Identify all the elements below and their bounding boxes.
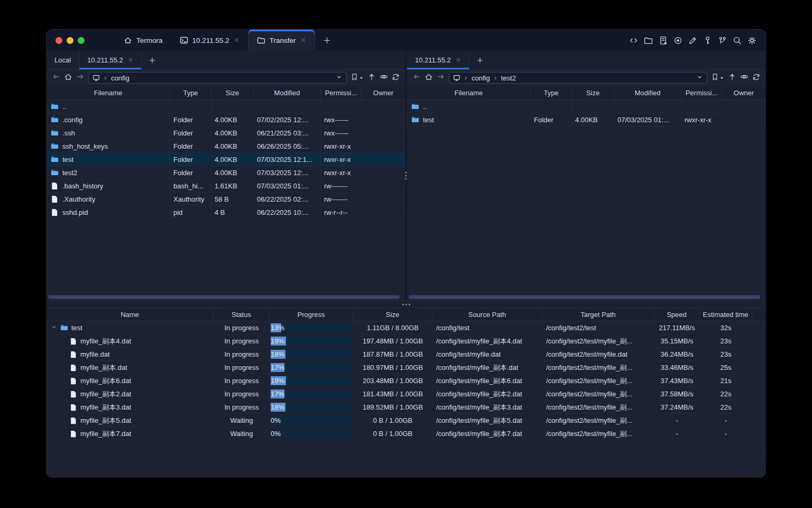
breadcrumb-segment[interactable]: config: [472, 74, 490, 82]
minimize-window-button[interactable]: [67, 37, 73, 44]
forward-button[interactable]: [76, 72, 85, 83]
scrollbar-thumb[interactable]: [409, 295, 760, 299]
key-button[interactable]: [703, 36, 712, 45]
transfer-row[interactable]: myfile_副本2.datIn progress17%181.43MB / 1…: [47, 387, 765, 401]
show-hidden-files-button[interactable]: [380, 72, 388, 83]
address-dropdown-button[interactable]: [696, 74, 703, 82]
transfer-row[interactable]: myfile_副本.datIn progress17%180.97MB / 1.…: [47, 361, 765, 374]
column-header-owner[interactable]: Owner: [362, 86, 405, 99]
address-bar[interactable]: config: [88, 72, 347, 84]
table-row[interactable]: .sshFolder4.00KB06/21/2025 03:...rwx----…: [47, 126, 405, 140]
column-header-modified[interactable]: Modified: [254, 86, 321, 99]
show-hidden-files-button[interactable]: [740, 72, 749, 83]
zoom-window-button[interactable]: [78, 37, 85, 44]
column-header-speed[interactable]: Speed: [654, 308, 699, 321]
close-window-button[interactable]: [56, 37, 62, 44]
home-button[interactable]: [425, 72, 433, 83]
column-header-owner[interactable]: Owner: [722, 86, 765, 99]
bookmark-button[interactable]: [350, 73, 358, 83]
column-header-size[interactable]: Size: [572, 86, 614, 99]
transfer-row[interactable]: myfile_副本3.datIn progress18%189.52MB / 1…: [47, 401, 765, 414]
folder-button[interactable]: [644, 36, 653, 45]
scrollbar-thumb[interactable]: [48, 295, 400, 299]
table-row[interactable]: ssh_host_keysFolder4.00KB06/26/2025 05:.…: [47, 140, 405, 153]
table-row[interactable]: ..: [407, 100, 765, 113]
close-tab-button[interactable]: [456, 56, 461, 64]
search-button[interactable]: [733, 36, 742, 45]
column-header-filename[interactable]: Filename: [407, 86, 531, 99]
back-button[interactable]: [52, 72, 60, 83]
horizontal-scrollbar[interactable]: [47, 294, 405, 301]
column-header-type[interactable]: Type: [170, 86, 211, 99]
code-button[interactable]: [629, 36, 638, 45]
table-row[interactable]: ..: [47, 100, 405, 113]
column-header-source-path[interactable]: Source Path: [432, 308, 542, 321]
close-tab-button[interactable]: [300, 37, 306, 44]
gear-button[interactable]: [748, 36, 756, 45]
table-row[interactable]: sshd.pidpid4 B06/22/2025 10:...rw-r--r--: [47, 206, 405, 219]
edit-button[interactable]: [688, 36, 697, 45]
table-row[interactable]: .bash_historybash_hi...1.61KB07/03/2025 …: [47, 179, 405, 193]
record-button[interactable]: [673, 36, 682, 45]
parent-directory-button[interactable]: [367, 72, 376, 83]
breadcrumb-segment[interactable]: config: [111, 74, 130, 82]
horizontal-scrollbar[interactable]: [407, 294, 765, 301]
titlebar-tab-transfer[interactable]: Transfer: [248, 30, 315, 51]
table-row[interactable]: .configFolder4.00KB07/02/2025 12:...rwx-…: [47, 113, 405, 126]
titlebar-tab-10-211-55-2[interactable]: 10.211.55.2: [171, 30, 248, 51]
column-header-filename[interactable]: Filename: [47, 86, 170, 99]
back-button[interactable]: [412, 72, 421, 83]
column-header-size[interactable]: Size: [353, 308, 432, 321]
transfer-row[interactable]: myfile_副本5.datWaiting0%0 B / 1.00GB/conf…: [47, 414, 765, 427]
column-header-size[interactable]: Size: [211, 86, 254, 99]
expander-button[interactable]: [51, 324, 57, 332]
refresh-button[interactable]: [752, 73, 760, 83]
name-cell: myfile.dat: [47, 348, 214, 361]
close-tab-button[interactable]: [234, 37, 239, 44]
refresh-button[interactable]: [392, 73, 400, 83]
forward-button[interactable]: [437, 72, 445, 83]
panel-tab-10-211-55-2[interactable]: 10.211.55.2: [79, 51, 142, 69]
bookmark-dropdown-button[interactable]: [359, 73, 364, 83]
titlebar-tab-termora[interactable]: Termora: [115, 30, 171, 51]
table-row[interactable]: .XauthorityXauthority58 B06/22/2025 02:.…: [47, 193, 405, 206]
address-bar[interactable]: configtest2: [449, 72, 707, 84]
vertical-splitter[interactable]: [405, 51, 407, 301]
address-dropdown-button[interactable]: [336, 74, 343, 82]
column-header-type[interactable]: Type: [531, 86, 572, 99]
transfer-row[interactable]: testIn progress13%1.11GB / 8.00GB/config…: [47, 321, 765, 334]
column-header-modified[interactable]: Modified: [614, 86, 681, 99]
log-button[interactable]: [659, 36, 668, 45]
column-header-name[interactable]: Name: [47, 308, 214, 321]
transfer-row[interactable]: myfile_副本6.datIn progress19%203.48MB / 1…: [47, 374, 765, 387]
macro-button[interactable]: [718, 36, 727, 45]
table-row[interactable]: testFolder4.00KB07/03/2025 01:...rwxr-xr…: [407, 113, 765, 126]
home-button[interactable]: [64, 72, 72, 83]
size-cell: 0 B / 1.00GB: [353, 414, 432, 427]
panel-tab-local[interactable]: Local: [47, 51, 79, 69]
panel-tab-10-211-55-2[interactable]: 10.211.55.2: [407, 51, 469, 69]
filename-cell: .config: [47, 113, 170, 126]
transfer-row[interactable]: myfile_副本4.datIn progress19%197.48MB / 1…: [47, 334, 765, 348]
column-header-progress[interactable]: Progress: [270, 308, 353, 321]
transfer-row[interactable]: myfile.datIn progress18%187.87MB / 1.00G…: [47, 348, 765, 361]
transfer-row[interactable]: myfile_副本7.datWaiting0%0 B / 1.00GB/conf…: [47, 427, 765, 440]
bookmark-button[interactable]: [711, 73, 719, 83]
breadcrumb-segment[interactable]: test2: [501, 74, 516, 82]
file-table: FilenameTypeSizeModifiedPermissi...Owner…: [47, 86, 405, 294]
horizontal-splitter[interactable]: [47, 301, 765, 308]
close-tab-button[interactable]: [128, 56, 133, 64]
column-header-estimated-time[interactable]: Estimated time: [699, 308, 752, 321]
column-header-permissi[interactable]: Permissi...: [321, 86, 362, 99]
parent-directory-button[interactable]: [728, 72, 736, 83]
column-header-status[interactable]: Status: [214, 308, 270, 321]
table-row[interactable]: test2Folder4.00KB07/03/2025 12:...rwxr-x…: [47, 166, 405, 179]
new-tab-button[interactable]: [315, 30, 339, 51]
new-panel-tab-button[interactable]: [142, 51, 163, 69]
column-header-permissi[interactable]: Permissi...: [681, 86, 722, 99]
column-header-target-path[interactable]: Target Path: [542, 308, 654, 321]
table-row[interactable]: testFolder4.00KB07/03/2025 12:1...rwxr-x…: [47, 153, 405, 166]
new-panel-tab-button[interactable]: [469, 51, 491, 69]
bookmark-dropdown-button[interactable]: [719, 73, 724, 83]
size-cell: 197.48MB / 1.00GB: [353, 334, 432, 348]
